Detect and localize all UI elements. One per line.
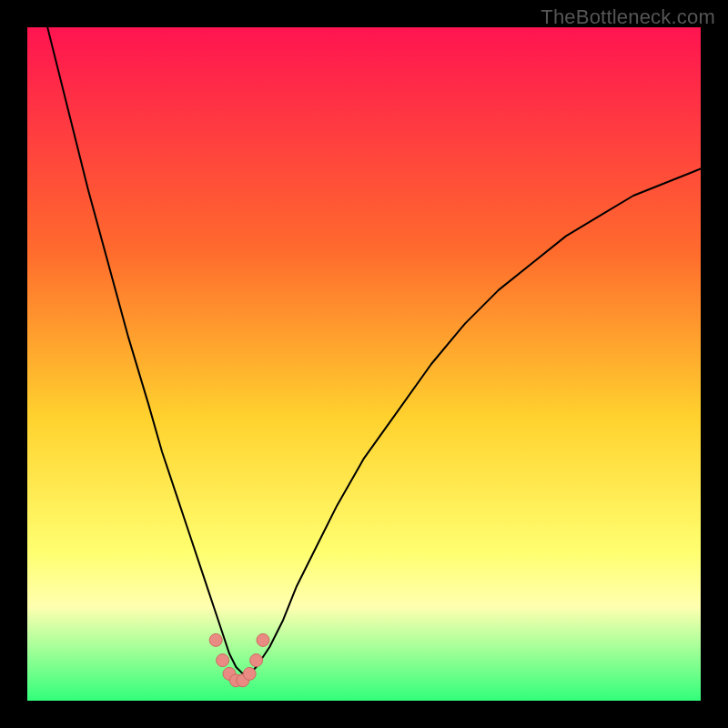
marker-dot [217, 654, 229, 667]
plot-area [27, 27, 701, 701]
watermark-text: TheBottleneck.com [541, 5, 715, 29]
chart-frame: TheBottleneck.com [0, 0, 728, 728]
marker-dot [257, 633, 269, 646]
gradient-background [27, 27, 701, 701]
marker-dot [209, 633, 222, 646]
bottleneck-chart [27, 27, 701, 701]
marker-dot [250, 654, 263, 667]
marker-dot [243, 667, 256, 680]
